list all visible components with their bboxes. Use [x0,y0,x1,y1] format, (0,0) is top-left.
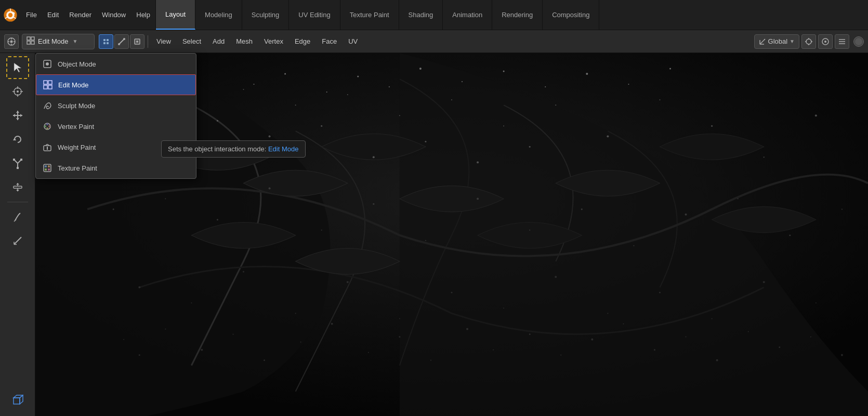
proportional-edit-btn[interactable] [818,34,833,49]
svg-point-162 [46,62,49,66]
svg-marker-49 [16,111,19,113]
svg-point-111 [138,287,140,289]
svg-point-107 [685,213,687,215]
dropdown-item-edit-mode[interactable]: Edit Mode [36,74,196,95]
svg-point-97 [165,198,166,199]
pivot-icon-btn[interactable] [4,34,19,49]
tab-rendering[interactable]: Rendering [492,0,543,30]
tool-cube[interactable] [6,388,29,411]
dropdown-item-sculpt-mode[interactable]: Sculpt Mode [36,95,196,116]
dropdown-item-weight-paint[interactable]: Weight Paint [36,137,196,158]
dropdown-item-texture-paint[interactable]: Texture Paint [36,158,196,178]
svg-point-117 [451,292,452,293]
svg-point-170 [46,123,48,125]
toolbar-view[interactable]: View [151,34,176,49]
svg-line-66 [14,237,21,244]
svg-rect-15 [27,41,30,44]
svg-rect-14 [31,37,34,40]
dropdown-item-object-mode[interactable]: Object Mode [36,54,196,74]
tab-texture-paint[interactable]: Texture Paint [340,0,399,30]
svg-point-77 [217,120,218,122]
svg-rect-69 [14,398,20,404]
svg-point-89 [529,146,531,148]
svg-point-120 [607,313,608,314]
svg-point-96 [113,209,114,210]
svg-point-126 [139,354,140,356]
edge-mode-btn[interactable] [114,34,129,49]
svg-point-124 [816,303,817,304]
mode-selector[interactable]: Edit Mode ▼ [22,34,95,49]
svg-point-109 [789,235,791,236]
toolbar-uv[interactable]: UV [343,34,363,49]
menu-window[interactable]: Window [97,0,131,30]
svg-point-145 [748,331,749,332]
orientation-arrow: ▼ [790,38,795,44]
snap-type-btn[interactable] [835,34,849,49]
svg-point-118 [503,308,504,309]
vertex-mode-btn[interactable] [99,34,113,49]
tool-rotate[interactable] [6,128,29,151]
tool-cursor[interactable] [6,80,29,103]
tool-move[interactable] [6,104,29,127]
svg-point-82 [347,94,348,95]
tool-annotate[interactable] [6,205,29,228]
svg-point-137 [493,349,494,350]
edit-mode-icon [43,80,53,90]
edit-mode-label: Edit Mode [58,81,89,89]
toolbar-edge[interactable]: Edge [290,34,315,49]
svg-point-136 [466,328,468,330]
svg-point-112 [191,303,192,304]
toolbar-mesh[interactable]: Mesh [231,34,258,49]
transform-orientation-selector[interactable]: Global ▼ [754,34,799,49]
svg-point-92 [659,99,660,100]
svg-rect-16 [31,41,34,44]
tab-layout[interactable]: Layout [156,0,195,30]
svg-point-46 [17,90,19,93]
dropdown-item-vertex-paint[interactable]: Vertex Paint [36,116,196,137]
svg-rect-20 [107,42,109,44]
svg-point-98 [217,219,218,220]
svg-point-101 [373,203,374,205]
tool-transform[interactable] [6,176,29,199]
svg-rect-176 [48,165,50,167]
svg-point-81 [321,125,322,127]
svg-rect-175 [45,165,47,167]
svg-rect-57 [13,159,15,161]
tab-modeling[interactable]: Modeling [195,0,242,30]
toolbar-add[interactable]: Add [207,34,230,49]
viewport-shading-btn[interactable] [853,36,864,47]
svg-point-114 [295,313,296,314]
svg-point-85 [425,141,426,142]
toolbar-face[interactable]: Face [317,34,342,49]
tab-sculpting[interactable]: Sculpting [242,0,289,30]
svg-point-128 [201,349,203,351]
tool-select[interactable] [6,56,29,79]
toolbar-select[interactable]: Select [177,34,206,49]
face-mode-btn[interactable] [130,34,144,49]
menu-help[interactable]: Help [131,0,155,30]
texture-paint-icon [42,163,52,173]
tab-shading[interactable]: Shading [399,0,443,30]
tab-animation[interactable]: Animation [443,0,492,30]
svg-point-83 [373,156,375,158]
svg-point-93 [711,125,713,127]
toolbar-vertex[interactable]: Vertex [259,34,288,49]
svg-rect-178 [48,168,50,171]
menu-file[interactable]: File [21,0,42,30]
svg-marker-71 [20,395,23,404]
tab-uv-editing[interactable]: UV Editing [289,0,340,30]
tool-measure[interactable] [6,229,29,252]
svg-rect-18 [107,39,109,41]
mode-dropdown: Object Mode Edit Mode Sculpt Mode [35,53,196,179]
second-toolbar: Edit Mode ▼ View Select Add Mesh Vertex … [0,30,868,53]
svg-rect-17 [103,39,106,41]
svg-marker-53 [13,138,16,140]
tool-scale[interactable] [6,152,29,175]
menu-edit[interactable]: Edit [42,0,64,30]
vertex-paint-label: Vertex Paint [58,123,94,131]
menu-render[interactable]: Render [64,0,97,30]
svg-rect-177 [45,168,47,171]
snap-btn[interactable] [801,34,816,49]
svg-point-23 [123,38,125,40]
tab-compositing[interactable]: Compositing [543,0,599,30]
